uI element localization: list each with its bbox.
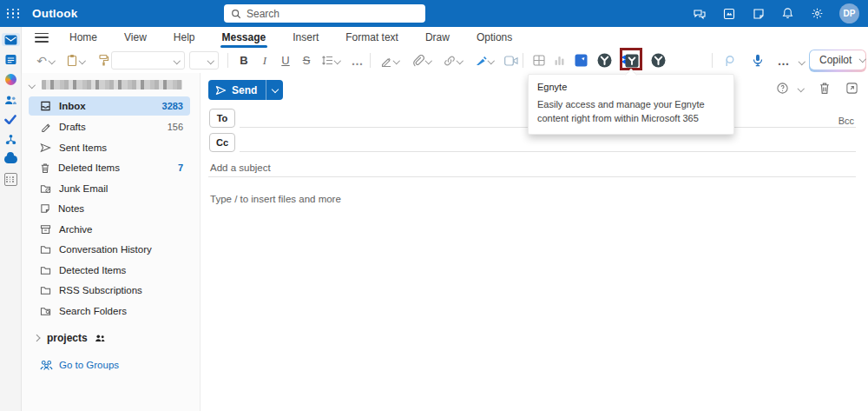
discard-trash-icon[interactable] bbox=[818, 81, 832, 95]
notes-icon bbox=[40, 203, 50, 214]
groups-icon bbox=[40, 360, 53, 370]
search-input[interactable]: Search bbox=[224, 4, 425, 23]
office-app-icon[interactable] bbox=[721, 6, 736, 21]
signature-chevron-icon[interactable] bbox=[393, 58, 400, 65]
editor-chevron-icon[interactable] bbox=[488, 58, 495, 65]
sidebar-item-search-folders[interactable]: Search Folders bbox=[29, 302, 190, 321]
sidebar-item-archive[interactable]: Archive bbox=[29, 220, 190, 239]
italic-button[interactable]: I bbox=[256, 51, 273, 70]
bold-button[interactable]: B bbox=[235, 51, 253, 70]
ribbon-tabs: Home View Help Message Insert Format tex… bbox=[68, 28, 514, 47]
rail-copilot-icon[interactable] bbox=[2, 73, 20, 86]
dictate-mic-icon[interactable] bbox=[749, 51, 766, 70]
gear-icon[interactable] bbox=[810, 6, 825, 21]
drafts-icon bbox=[40, 122, 51, 133]
shared-people-icon bbox=[95, 335, 106, 342]
go-to-groups-link[interactable]: Go to Groups bbox=[40, 360, 119, 370]
format-painter-icon[interactable] bbox=[95, 51, 112, 70]
ribbon-collapse-chevron-icon[interactable] bbox=[799, 59, 806, 66]
tab-home[interactable]: Home bbox=[68, 28, 99, 47]
options-chevron-icon[interactable] bbox=[797, 86, 805, 91]
sidebar-item-deleted-items[interactable]: Deleted Items 7 bbox=[29, 158, 190, 177]
strikethrough-button[interactable]: S bbox=[298, 51, 315, 70]
account-header[interactable] bbox=[29, 80, 182, 89]
sidebar-item-detected-items[interactable]: Detected Items bbox=[29, 261, 190, 280]
ribbon-tab-row: Home View Help Message Insert Format tex… bbox=[22, 27, 868, 49]
subject-input[interactable]: Add a subject bbox=[210, 162, 271, 173]
tab-draw[interactable]: Draw bbox=[424, 28, 451, 47]
bcc-button[interactable]: Bcc bbox=[838, 116, 854, 126]
top-bar: Outlook Search DP bbox=[0, 0, 868, 27]
egnyte-tooltip: Egnyte Easily access and manage your Egn… bbox=[528, 74, 734, 135]
junk-folder-icon bbox=[40, 183, 51, 194]
sidebar-group-projects[interactable]: projects bbox=[29, 332, 106, 344]
sidebar-item-inbox[interactable]: Inbox 3283 bbox=[29, 96, 190, 116]
undo-dropdown-chevron-icon[interactable] bbox=[49, 58, 56, 65]
toolbar-overflow-icon[interactable]: … bbox=[775, 51, 792, 70]
rail-more-apps-icon[interactable] bbox=[2, 173, 20, 186]
cc-button[interactable]: Cc bbox=[209, 133, 235, 152]
folder-icon bbox=[40, 285, 51, 295]
table-icon[interactable] bbox=[530, 51, 548, 70]
trash-icon bbox=[40, 162, 50, 174]
rail-onedrive-icon[interactable] bbox=[2, 153, 20, 166]
tab-insert[interactable]: Insert bbox=[291, 28, 320, 47]
font-family-select[interactable] bbox=[111, 51, 185, 70]
compose-header-actions bbox=[775, 81, 858, 95]
loop-pen-icon[interactable] bbox=[720, 51, 738, 70]
more-formatting-icon[interactable]: … bbox=[349, 51, 366, 70]
sidebar-item-drafts[interactable]: Drafts 156 bbox=[29, 117, 190, 136]
sidebar-item-sent-items[interactable]: Sent Items bbox=[29, 138, 190, 157]
blue-addin-icon[interactable] bbox=[572, 51, 589, 70]
underline-button[interactable]: U bbox=[277, 51, 294, 70]
sent-icon bbox=[40, 143, 51, 153]
message-options-icon[interactable] bbox=[775, 81, 789, 95]
copilot-chevron-icon bbox=[860, 56, 865, 62]
tab-help[interactable]: Help bbox=[172, 28, 197, 47]
video-clip-icon[interactable] bbox=[503, 51, 520, 70]
egnyte-circle-icon[interactable] bbox=[649, 51, 667, 70]
folder-icon bbox=[40, 265, 51, 275]
tooltip-title: Egnyte bbox=[537, 82, 725, 92]
tab-format-text[interactable]: Format text bbox=[344, 28, 400, 47]
chat-icon[interactable] bbox=[692, 6, 707, 21]
to-button[interactable]: To bbox=[209, 109, 235, 128]
egnyte-square-icon[interactable] bbox=[623, 51, 641, 70]
subject-underline bbox=[208, 176, 856, 177]
hamburger-menu-icon[interactable] bbox=[35, 33, 49, 43]
rail-people-icon[interactable] bbox=[2, 93, 20, 106]
note-feed-icon[interactable] bbox=[751, 6, 766, 21]
avatar[interactable]: DP bbox=[839, 3, 859, 23]
sidebar-item-notes[interactable]: Notes bbox=[29, 199, 190, 218]
egnyte-circle-icon[interactable] bbox=[595, 51, 613, 70]
rail-org-network-icon[interactable] bbox=[2, 133, 20, 146]
tab-options[interactable]: Options bbox=[475, 28, 514, 47]
tab-message[interactable]: Message bbox=[220, 28, 268, 47]
sidebar-item-conversation-history[interactable]: Conversation History bbox=[29, 240, 190, 259]
send-options-chevron-icon[interactable] bbox=[266, 80, 283, 100]
send-button[interactable]: Send bbox=[208, 80, 266, 100]
rail-mail-icon[interactable] bbox=[2, 33, 20, 46]
send-icon bbox=[215, 85, 227, 96]
open-in-new-window-icon[interactable] bbox=[845, 81, 858, 95]
paste-dropdown-chevron-icon[interactable] bbox=[79, 58, 86, 65]
search-placeholder: Search bbox=[247, 8, 279, 20]
bell-icon[interactable] bbox=[780, 6, 795, 21]
folder-sidebar: Inbox 3283 Drafts 156 Sent Items Deleted… bbox=[22, 73, 200, 411]
sidebar-item-rss-subscriptions[interactable]: RSS Subscriptions bbox=[29, 281, 190, 300]
chart-icon[interactable] bbox=[550, 51, 568, 70]
copilot-button[interactable]: Copilot bbox=[809, 50, 866, 72]
inbox-icon bbox=[40, 101, 51, 111]
link-chevron-icon[interactable] bbox=[457, 58, 464, 65]
cc-field-underline[interactable] bbox=[240, 151, 856, 152]
rail-calendar-icon[interactable] bbox=[2, 53, 20, 66]
message-body-input[interactable]: Type / to insert files and more bbox=[210, 194, 341, 204]
line-spacing-chevron-icon[interactable] bbox=[334, 58, 341, 65]
send-split-button[interactable]: Send bbox=[208, 80, 283, 100]
attach-chevron-icon[interactable] bbox=[425, 58, 432, 65]
tab-view[interactable]: View bbox=[122, 28, 148, 47]
rail-todo-icon[interactable] bbox=[2, 113, 20, 126]
font-size-select[interactable] bbox=[189, 51, 219, 70]
app-launcher-icon[interactable] bbox=[0, 0, 27, 27]
sidebar-item-junk-email[interactable]: Junk Email bbox=[29, 179, 190, 198]
